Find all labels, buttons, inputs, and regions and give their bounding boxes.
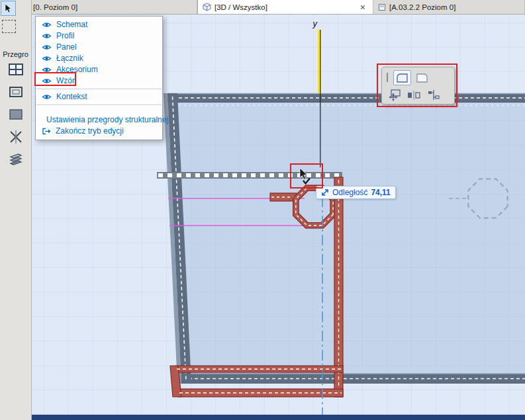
menu-item-panel[interactable]: Panel [36, 42, 162, 53]
menu-item-profil[interactable]: Profil [36, 30, 162, 42]
menu-item-label: Panel [56, 43, 77, 52]
bottom-status-strip [32, 415, 525, 420]
menu-item-wzor[interactable]: Wzór [36, 75, 162, 87]
curtain-frame-bottom[interactable] [186, 374, 525, 384]
distribute-button[interactable] [405, 87, 422, 103]
curtain-frame-top[interactable] [167, 93, 525, 103]
panel-tool-button[interactable] [5, 106, 27, 123]
tab-label: [3D / Wszystko] [215, 3, 267, 11]
menu-item-lacznik[interactable]: Łącznik [36, 53, 162, 64]
eye-icon [42, 55, 52, 62]
menu-item-label: Profil [56, 32, 74, 40]
mirror-icon [426, 89, 441, 101]
menu-item-kontekst[interactable]: Kontekst [36, 91, 162, 103]
three-d-icon [203, 3, 211, 11]
eye-icon [42, 44, 52, 51]
scheme-grid-icon [8, 63, 24, 76]
menu-item-label: Kontekst [56, 93, 87, 101]
tab-floor-plan[interactable]: [0. Poziom 0] [17, 0, 197, 14]
marquee-tool-button[interactable] [2, 20, 16, 33]
menu-item-schemat[interactable]: Schemat [36, 19, 162, 30]
panel-corner-icon [395, 72, 409, 83]
accessory-layers-icon [8, 153, 24, 166]
layout-icon [378, 3, 386, 11]
tab-3d-all[interactable]: [3D / Wszystko] × [197, 0, 373, 14]
tab-close-icon[interactable]: × [358, 2, 368, 13]
menu-item-label: Akcesorium [56, 65, 98, 74]
menu-item-akcesorium[interactable]: Akcesorium [36, 64, 162, 75]
pet-palette-row-bottom [385, 86, 452, 103]
move-pattern-icon [387, 89, 401, 101]
panel-icon [8, 108, 24, 121]
tab-label: [0. Poziom 0] [33, 3, 77, 11]
menu-item-label: Schemat [56, 21, 87, 29]
panel-shape-alt-button[interactable] [413, 70, 431, 85]
toolbox-sidebar: Przegro [0, 0, 32, 420]
curtain-wall-face[interactable] [168, 103, 525, 374]
accessory-tool-button[interactable] [5, 151, 27, 168]
menu-item-label: Łącznik [56, 54, 83, 63]
junction-icon [9, 130, 23, 144]
distribute-icon [406, 89, 421, 101]
frame-profile-icon [8, 85, 24, 99]
scheme-tool-button[interactable] [5, 61, 27, 78]
menu-item-label: Ustawienia przegrody strukturalnej [46, 116, 168, 124]
ghost-frame-member [157, 173, 342, 179]
menu-item-label: Zakończ tryb edycji [56, 127, 124, 136]
panel-shape-button[interactable] [393, 70, 411, 85]
tracker-label: Odległość [332, 188, 367, 197]
tracker-value: 74,11 [371, 188, 390, 197]
panel-corner-alt-icon [415, 72, 429, 83]
pet-palette [381, 67, 455, 105]
tab-label: [A.03.2.2 Poziom 0] [389, 3, 455, 11]
move-pattern-button[interactable] [385, 87, 403, 103]
toolbox-section-label: Przegro [0, 50, 31, 58]
menu-item-zakoncz-tryb-edycji[interactable]: Zakończ tryb edycji [36, 126, 162, 137]
eye-icon [42, 93, 52, 101]
tab-layout[interactable]: [A.03.2.2 Poziom 0] [373, 0, 525, 14]
junction-tool-button[interactable] [5, 128, 27, 146]
eye-icon [42, 66, 52, 73]
menu-separator [36, 105, 162, 105]
exit-edit-mode-icon [42, 128, 51, 135]
diagonal-arrows-icon [321, 189, 329, 196]
menu-item-label: Wzór [56, 77, 75, 85]
arrow-cursor-icon [4, 3, 13, 13]
eye-icon [42, 32, 52, 40]
distance-tracker: Odległość 74,11 [316, 186, 396, 199]
eye-icon [42, 77, 52, 85]
application-window: y [0. Poziom 0] [3D / Wszystko] × [0, 0, 525, 420]
menu-item-ustawienia-przegrody[interactable]: Ustawienia przegrody strukturalnej [36, 114, 162, 126]
toolbox-tools [0, 61, 32, 168]
mirror-button[interactable] [424, 87, 442, 103]
frame-tool-button[interactable] [5, 83, 27, 101]
palette-drag-handle[interactable] [387, 73, 388, 82]
menu-spacer [36, 107, 162, 114]
eye-icon [42, 21, 52, 28]
tab-bar: [0. Poziom 0] [3D / Wszystko] × [A.03.2.… [17, 0, 525, 15]
pet-palette-row-top [385, 69, 452, 86]
edit-mode-context-menu: Schemat Profil Panel Łącznik Akcesorium … [35, 16, 163, 140]
menu-separator [36, 89, 162, 89]
select-tool-button[interactable] [1, 1, 16, 16]
